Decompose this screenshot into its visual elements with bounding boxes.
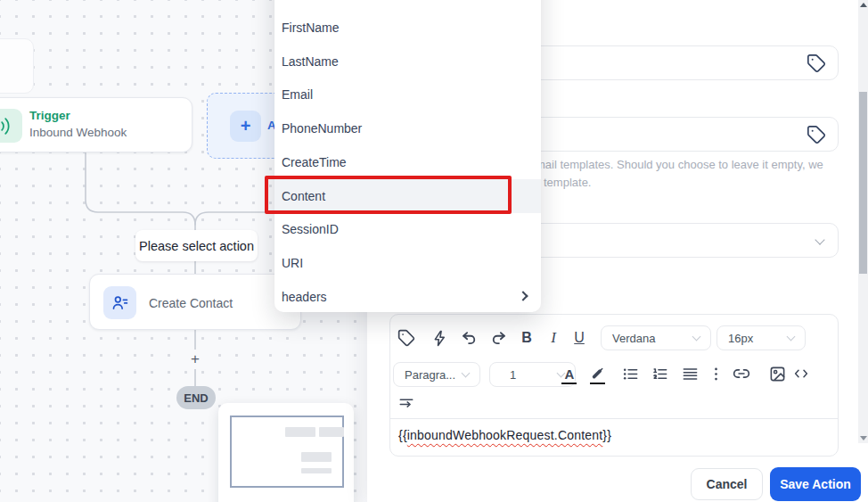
font-family-select[interactable]: Verdana: [601, 325, 711, 350]
trigger-node[interactable]: Trigger Inbound Webhook: [0, 97, 192, 152]
annotation-highlight-rect: [265, 176, 512, 214]
dropdown-item-email[interactable]: Email: [274, 78, 541, 111]
tag-icon[interactable]: [807, 53, 826, 73]
select-action-label: Please select action: [135, 230, 258, 261]
highlight-color-button[interactable]: [588, 364, 608, 383]
dropdown-item-lastname[interactable]: LastName: [274, 45, 541, 78]
code-icon[interactable]: [791, 364, 811, 383]
dropdown-item-headers-label: headers: [282, 290, 327, 304]
scrollbar[interactable]: [858, 0, 868, 443]
save-action-button[interactable]: Save Action: [770, 467, 861, 501]
editor-divider: [390, 418, 838, 419]
paragraph-value: Paragra...: [405, 368, 455, 382]
more-options-icon[interactable]: [706, 364, 725, 383]
minimap-bar: [319, 427, 344, 437]
font-family-value: Verdana: [612, 332, 655, 345]
chevron-down-icon: [462, 369, 471, 378]
trigger-node-title: Trigger: [29, 109, 70, 122]
paragraph-select[interactable]: Paragra...: [393, 362, 480, 387]
minimap-bar: [301, 452, 332, 462]
variables-dropdown: FirstName LastName Email PhoneNumber Cre…: [274, 0, 541, 312]
cancel-button[interactable]: Cancel: [691, 468, 763, 500]
font-size-select[interactable]: 16px: [717, 325, 806, 350]
editor-content[interactable]: {{inboundWebhookRequest.Content}}: [398, 428, 611, 442]
minimap-bar: [285, 427, 315, 437]
scroll-up-icon[interactable]: [860, 3, 867, 7]
dropdown-item-createtime[interactable]: CreateTime: [274, 145, 541, 179]
image-icon[interactable]: [767, 364, 787, 383]
dropdown-item-firstname[interactable]: FirstName: [274, 11, 541, 45]
insert-step-plus-icon[interactable]: +: [184, 350, 207, 369]
variable-token: inboundWebhookRequest.Content: [407, 428, 603, 442]
scroll-down-icon[interactable]: [860, 436, 867, 440]
bold-button[interactable]: B: [517, 328, 536, 348]
highlight-bar: [590, 383, 605, 385]
chevron-down-icon: [787, 333, 796, 342]
line-height-value: 1: [510, 368, 516, 382]
lightning-icon[interactable]: [430, 328, 449, 348]
partial-node: [0, 38, 34, 94]
contact-icon: [103, 286, 136, 319]
numbered-list-icon[interactable]: [650, 364, 669, 383]
font-size-value: 16px: [728, 332, 753, 345]
rich-text-editor[interactable]: B I U Verdana 16px Paragra... 1 A: [389, 314, 839, 457]
dropdown-item-uri[interactable]: URI: [274, 246, 541, 280]
plus-icon: +: [230, 111, 261, 142]
trigger-node-subtitle: Inbound Webhook: [29, 126, 127, 139]
variable-suffix: }}: [602, 428, 611, 442]
dropdown-item-sessionid[interactable]: SessionID: [274, 212, 541, 246]
underline-button[interactable]: U: [569, 328, 589, 348]
end-badge: END: [176, 386, 216, 409]
webhook-trigger-icon: [0, 109, 22, 143]
chevron-down-icon: [815, 235, 824, 244]
tag-icon[interactable]: [807, 125, 826, 144]
variable-prefix: {{: [398, 428, 407, 442]
create-contact-node[interactable]: Create Contact: [89, 274, 301, 330]
minimap-card[interactable]: [218, 403, 354, 502]
link-icon[interactable]: [732, 364, 751, 383]
text-color-label: A: [565, 366, 575, 382]
text-color-button[interactable]: A: [560, 364, 579, 383]
chevron-right-icon: [518, 291, 528, 300]
dropdown-item-phonenumber[interactable]: PhoneNumber: [274, 111, 541, 145]
dropdown-item-headers[interactable]: headers: [274, 280, 541, 314]
undo-icon[interactable]: [459, 328, 479, 348]
align-justify-icon[interactable]: [680, 364, 700, 383]
create-contact-label: Create Contact: [149, 296, 233, 310]
text-direction-icon[interactable]: [397, 393, 416, 413]
scrollbar-thumb[interactable]: [859, 92, 867, 274]
bullet-list-icon[interactable]: [620, 364, 640, 383]
redo-icon[interactable]: [488, 328, 508, 348]
chevron-down-icon: [692, 333, 701, 342]
tag-icon[interactable]: [397, 328, 416, 348]
italic-button[interactable]: I: [544, 328, 563, 348]
color-bar: [561, 383, 577, 385]
minimap-bar: [301, 468, 332, 473]
helper-text-line1: mail templates. Should you choose to lea…: [536, 156, 823, 174]
helper-text-line2: template.: [544, 174, 591, 192]
